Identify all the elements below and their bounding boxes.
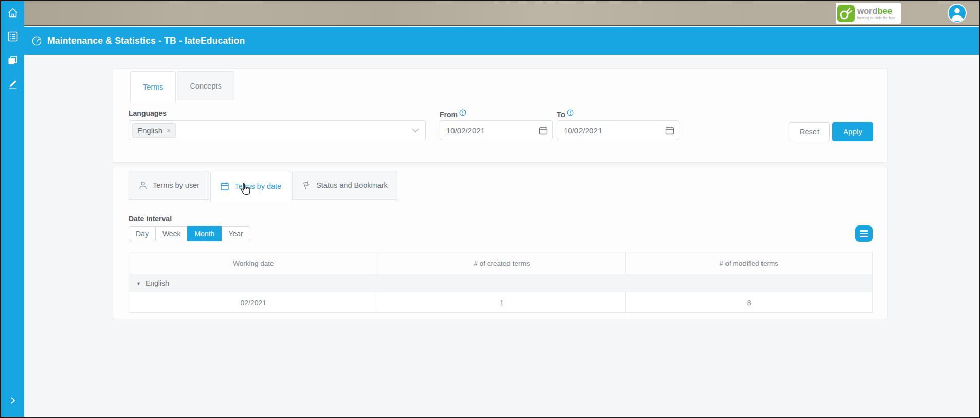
home-icon [7,7,19,19]
date-interval-segmented-control: Day Week Month Year [129,226,250,241]
calendar-icon [220,182,229,191]
wordbee-logo-text: wordbee buzzing outside the box [857,7,895,20]
stats-tabbar: Terms by user Terms by date [129,171,398,202]
logo-tagline: buzzing outside the box [857,16,895,20]
gauge-icon [31,36,42,46]
app-window: wordbee buzzing outside the box Maintena… [0,0,980,418]
table-row: 02/2021 1 8 [129,292,873,313]
sidebar-item-list[interactable] [1,25,24,48]
page-title: Maintenance & Statistics - TB - lateEduc… [47,36,245,46]
chevron-down-icon [412,128,419,133]
languages-label: Languages [129,109,167,117]
content-area: Terms Concepts Languages English × [24,55,979,417]
cell-created-terms: 1 [378,292,626,313]
tab-terms-label: Terms [143,83,163,91]
apply-button[interactable]: Apply [832,122,873,141]
cell-modified-terms: 8 [626,292,873,313]
sidebar-item-home[interactable] [1,1,24,25]
to-date-input[interactable] [557,121,679,140]
sidebar-item-edit[interactable] [1,72,24,96]
remove-tag-icon[interactable]: × [167,127,171,134]
pages-icon [8,55,18,65]
page-header: Maintenance & Statistics - TB - lateEduc… [24,27,979,55]
sidebar-expand-button[interactable] [1,396,24,405]
from-date-field [440,120,553,140]
segment-month[interactable]: Month [187,226,222,241]
filters-card: Terms Concepts Languages English × [113,68,888,163]
col-modified-terms: # of modified terms [626,252,873,274]
tab-status-and-bookmark[interactable]: Status and Bookmark [292,171,397,200]
bookmark-icon [302,181,311,190]
wordbee-bee-icon [837,5,855,22]
language-tag-english: English × [132,123,176,138]
user-avatar[interactable] [948,4,967,23]
date-interval-label: Date interval [129,215,172,223]
from-date-input[interactable] [440,121,552,140]
group-row-english[interactable]: ▼English [129,274,873,292]
tab-terms-by-date[interactable]: Terms by date [210,171,291,202]
from-label: From [440,109,466,119]
segment-day[interactable]: Day [129,226,156,241]
collapse-caret-icon[interactable]: ▼ [136,281,141,286]
tab-concepts-label: Concepts [190,82,221,90]
table-menu-button[interactable] [855,225,873,242]
pencil-icon [7,78,19,90]
to-label: To [557,109,574,119]
tab-concepts[interactable]: Concepts [177,71,234,100]
logo-word: word [857,6,877,16]
info-icon[interactable] [567,109,574,116]
sidebar-item-pages[interactable] [1,48,24,72]
tab-terms-by-user[interactable]: Terms by user [129,171,209,200]
filters-tabbar: Terms Concepts [130,71,235,102]
language-tag-label: English [137,126,162,135]
col-working-date: Working date [129,252,378,274]
logo-bee: bee [877,6,892,16]
topbar: wordbee buzzing outside the box [24,1,979,26]
to-date-field [557,120,679,140]
chevron-right-icon [9,396,16,405]
col-created-terms: # of created terms [378,252,626,274]
segment-week[interactable]: Week [155,226,188,241]
info-icon[interactable] [459,109,466,116]
languages-select[interactable]: English × [129,120,426,140]
tab-terms[interactable]: Terms [130,71,176,102]
tab-status-and-bookmark-label: Status and Bookmark [316,181,388,189]
group-label: English [146,279,169,287]
list-icon [8,31,18,42]
tab-terms-by-user-label: Terms by user [153,181,199,189]
terms-by-date-table: Working date # of created terms # of mod… [129,252,873,313]
segment-year[interactable]: Year [221,226,250,241]
cell-working-date: 02/2021 [129,292,378,313]
stats-card: Terms by user Terms by date [113,167,888,319]
table-header-row: Working date # of created terms # of mod… [129,252,873,274]
wordbee-logo: wordbee buzzing outside the box [836,3,901,24]
sidebar [1,1,24,417]
tab-terms-by-date-label: Terms by date [234,182,281,190]
person-icon [949,5,966,22]
reset-button[interactable]: Reset [789,122,830,141]
user-icon [138,181,148,190]
